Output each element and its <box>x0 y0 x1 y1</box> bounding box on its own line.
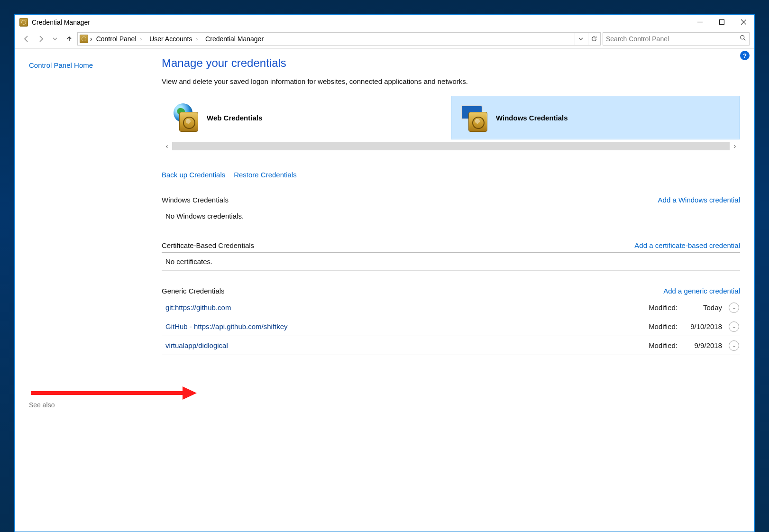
chevron-down-icon[interactable]: ⌄ <box>729 303 739 313</box>
control-panel-home-link[interactable]: Control Panel Home <box>29 61 93 69</box>
modified-value: 9/9/2018 <box>681 341 722 349</box>
scroll-track[interactable] <box>172 142 730 150</box>
add-certificate-credential-link[interactable]: Add a certificate-based credential <box>634 241 740 249</box>
chevron-down-icon[interactable]: ⌄ <box>729 321 739 332</box>
back-button[interactable] <box>20 33 33 45</box>
search-input[interactable]: Search Control Panel <box>603 32 750 46</box>
sidebar: Control Panel Home See also <box>15 49 162 532</box>
credential-row[interactable]: git:https://github.com Modified: Today ⌄ <box>162 298 740 317</box>
safe-icon <box>468 112 487 132</box>
modified-label: Modified: <box>649 341 677 349</box>
breadcrumb-credential-manager[interactable]: Credential Manager <box>203 33 265 45</box>
window: Credential Manager › Control Panel› User… <box>14 14 755 532</box>
chevron-right-icon: › <box>193 36 200 42</box>
section-generic-credentials: Generic Credentials Add a generic creden… <box>162 284 740 298</box>
modified-value: Today <box>681 303 722 312</box>
chevron-right-icon: › <box>90 35 92 43</box>
section-certificate-credentials: Certificate-Based Credentials Add a cert… <box>162 238 740 253</box>
forward-button[interactable] <box>35 33 47 45</box>
credential-row[interactable]: virtualapp/didlogical Modified: 9/9/2018… <box>162 336 740 355</box>
scroll-left-icon[interactable]: ‹ <box>162 142 172 150</box>
page-description: View and delete your saved logon informa… <box>162 77 740 85</box>
credential-name: git:https://github.com <box>162 303 645 312</box>
windows-credentials-empty: No Windows credentials. <box>162 207 740 225</box>
page-title: Manage your credentials <box>162 56 740 70</box>
see-also-label: See also <box>29 401 153 409</box>
app-icon <box>19 18 28 27</box>
add-generic-credential-link[interactable]: Add a generic credential <box>663 287 740 295</box>
recent-dropdown[interactable] <box>49 33 61 45</box>
search-icon <box>740 35 746 43</box>
refresh-button[interactable] <box>588 33 599 45</box>
titlebar: Credential Manager <box>15 15 754 30</box>
svg-line-5 <box>744 39 745 40</box>
toolbar: › Control Panel› User Accounts› Credenti… <box>15 30 754 49</box>
address-dropdown[interactable] <box>575 33 586 45</box>
credential-row[interactable]: GitHub - https://api.github.com/shiftkey… <box>162 317 740 336</box>
breadcrumb-user-accounts[interactable]: User Accounts› <box>147 33 201 45</box>
modified-label: Modified: <box>649 303 677 312</box>
svg-rect-1 <box>719 20 724 25</box>
credential-kinds: Web Credentials Windows Credentials <box>162 96 740 139</box>
window-title: Credential Manager <box>32 18 90 26</box>
chevron-right-icon: › <box>137 36 144 42</box>
safe-icon <box>179 112 198 132</box>
modified-label: Modified: <box>649 322 677 330</box>
chevron-down-icon[interactable]: ⌄ <box>729 340 739 351</box>
add-windows-credential-link[interactable]: Add a Windows credential <box>658 196 740 204</box>
help-icon[interactable]: ? <box>740 51 750 60</box>
credential-name: virtualapp/didlogical <box>162 341 645 349</box>
modified-value: 9/10/2018 <box>681 322 722 330</box>
horizontal-scrollbar[interactable]: ‹ › <box>162 141 740 151</box>
search-placeholder: Search Control Panel <box>606 35 737 43</box>
main-content: ? Manage your credentials View and delet… <box>162 49 754 532</box>
restore-credentials-link[interactable]: Restore Credentials <box>234 171 297 179</box>
minimize-button[interactable] <box>689 15 711 29</box>
up-button[interactable] <box>63 33 75 45</box>
scroll-right-icon[interactable]: › <box>730 142 740 150</box>
certificate-credentials-empty: No certificates. <box>162 253 740 271</box>
section-windows-credentials: Windows Credentials Add a Windows creden… <box>162 193 740 207</box>
tab-windows-credentials[interactable]: Windows Credentials <box>451 96 740 139</box>
credential-name: GitHub - https://api.github.com/shiftkey <box>162 322 645 330</box>
address-bar[interactable]: › Control Panel› User Accounts› Credenti… <box>77 32 601 46</box>
maximize-button[interactable] <box>711 15 732 29</box>
location-icon <box>80 35 88 43</box>
breadcrumb-control-panel[interactable]: Control Panel› <box>94 33 146 45</box>
svg-point-4 <box>741 36 744 39</box>
close-button[interactable] <box>732 15 754 29</box>
backup-credentials-link[interactable]: Back up Credentials <box>162 171 225 179</box>
tab-web-credentials[interactable]: Web Credentials <box>162 96 451 139</box>
